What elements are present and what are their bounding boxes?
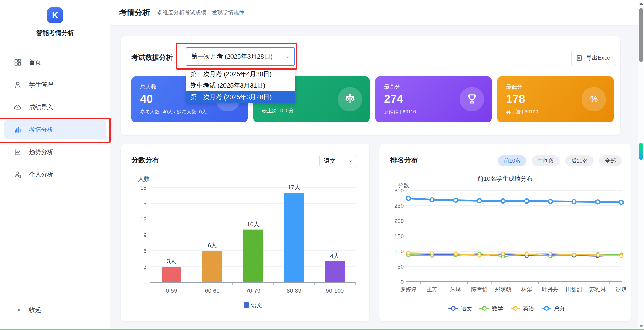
scrollbar-gradient-marker	[639, 143, 643, 160]
svg-text:4人: 4人	[330, 252, 340, 259]
svg-text:数学: 数学	[492, 306, 503, 312]
svg-text:15: 15	[140, 200, 146, 207]
sidebar-item-5[interactable]: 个人分析	[4, 165, 106, 184]
svg-text:叶丹丹: 叶丹丹	[542, 286, 559, 292]
svg-text:18: 18	[140, 185, 146, 191]
ranking-filter-1[interactable]: 中间段	[532, 155, 560, 166]
ranking-filter-pills: 前10名中间段后10名全部	[498, 155, 622, 166]
sidebar-item-0[interactable]: 首页	[4, 53, 106, 72]
trophy-icon	[466, 93, 478, 106]
svg-text:朱琳: 朱琳	[450, 286, 461, 292]
score-distribution-title: 分数分布	[131, 155, 159, 165]
svg-text:12: 12	[140, 216, 146, 222]
svg-text:陈雪怡: 陈雪怡	[471, 286, 488, 292]
trend-icon	[14, 148, 22, 156]
ranking-distribution-title: 排名分布	[390, 155, 418, 165]
sidebar-item-4[interactable]: 趋势分析	[4, 143, 106, 161]
svg-text:90-100: 90-100	[326, 287, 344, 294]
svg-text:6人: 6人	[208, 242, 217, 248]
exam-select-value: 第一次月考 (2025年3月28日)	[191, 52, 272, 61]
svg-text:17人: 17人	[288, 184, 300, 190]
sidebar-item-label: 首页	[29, 58, 41, 66]
svg-text:林溪: 林溪	[521, 286, 532, 292]
user-icon	[14, 81, 22, 89]
svg-text:200: 200	[394, 218, 404, 224]
balance-icon	[344, 93, 356, 106]
vertical-scrollbar	[638, 0, 644, 329]
sidebar-item-label: 趋势分析	[29, 148, 53, 156]
svg-text:罗婷婷: 罗婷婷	[400, 286, 417, 292]
sidebar: K 智能考情分析 首页学生管理成绩导入考情分析趋势分析个人分析 收起	[0, 0, 110, 329]
svg-text:语文: 语文	[251, 302, 262, 308]
percent-icon: %	[588, 93, 600, 106]
svg-text:70-79: 70-79	[246, 287, 260, 294]
svg-text:人数: 人数	[138, 176, 150, 182]
svg-text:3人: 3人	[167, 258, 176, 264]
svg-text:%: %	[590, 94, 597, 103]
svg-text:总分: 总分	[554, 306, 565, 312]
app-title: 智能考情分析	[0, 29, 110, 37]
svg-text:300: 300	[394, 188, 404, 194]
svg-text:苏雅琳: 苏雅琳	[589, 286, 606, 292]
exam-dropdown-menu: 第二次月考 (2025年4月30日)期中考试 (2025年3月31日)第一次月考…	[186, 68, 295, 103]
svg-text:谢琪: 谢琪	[616, 286, 626, 292]
excel-icon	[576, 54, 583, 62]
page-subtitle: 多维度分析考试成绩，发现学情规律	[157, 9, 244, 16]
stat-card-3: 最低分178吴宇浩 | 60109%	[497, 76, 614, 122]
ranking-distribution-card: 排名分布 前10名中间段后10名全部 前10名学生成绩分布 分数05010015…	[379, 144, 631, 321]
grid-icon	[14, 59, 22, 66]
export-excel-button[interactable]: 导出Excel	[571, 50, 616, 66]
scrollbar-up-arrow[interactable]	[639, 3, 643, 5]
dropdown-option-1[interactable]: 期中考试 (2025年3月31日)	[186, 80, 295, 91]
export-excel-label: 导出Excel	[586, 54, 612, 62]
dropdown-option-0[interactable]: 第二次月考 (2025年4月30日)	[186, 68, 295, 80]
user-search-icon	[14, 171, 22, 178]
exam-panel-label: 考试数据分析	[131, 53, 173, 62]
ranking-filter-3[interactable]: 全部	[599, 155, 622, 166]
sidebar-item-3[interactable]: 考情分析	[4, 120, 106, 139]
dropdown-option-2[interactable]: 第一次月考 (2025年3月28日)	[186, 91, 295, 103]
subject-select[interactable]: 语文	[319, 155, 357, 167]
collapse-label: 收起	[29, 306, 41, 314]
svg-text:英语: 英语	[523, 306, 534, 312]
app-logo: K	[47, 7, 63, 23]
svg-text:50: 50	[398, 264, 404, 270]
svg-text:100: 100	[394, 248, 404, 254]
sidebar-item-label: 学生管理	[29, 81, 53, 89]
svg-text:6: 6	[143, 248, 146, 254]
exam-select[interactable]: 第一次月考 (2025年3月28日)	[186, 47, 295, 66]
page: K 智能考情分析 首页学生管理成绩导入考情分析趋势分析个人分析 收起 考情分析 …	[0, 0, 644, 330]
svg-text:0: 0	[400, 279, 404, 285]
ranking-filter-0[interactable]: 前10名	[498, 155, 526, 166]
page-header: 考情分析 多维度分析考试成绩，发现学情规律	[110, 0, 638, 26]
sidebar-menu: 首页学生管理成绩导入考情分析趋势分析个人分析	[4, 53, 106, 188]
stat-card-2: 最高分274罗婷婷 | 60116	[375, 76, 492, 122]
ranking-filter-2[interactable]: 后10名	[565, 155, 594, 166]
svg-text:郑萌萌: 郑萌萌	[495, 286, 511, 292]
svg-text:9: 9	[143, 232, 146, 238]
subject-select-value: 语文	[324, 157, 336, 165]
ranking-distribution-chart: 分数050100150200250300罗婷婷王芳朱琳陈雪怡郑萌萌林溪叶丹丹田甜…	[387, 183, 626, 318]
sidebar-item-1[interactable]: 学生管理	[4, 76, 106, 94]
svg-text:王芳: 王芳	[427, 286, 437, 292]
cloud-upload-icon	[14, 103, 22, 111]
bar-chart-icon	[14, 126, 22, 134]
sidebar-collapse-button[interactable]: 收起	[14, 301, 41, 319]
svg-text:0-59: 0-59	[166, 287, 177, 294]
svg-text:田甜甜: 田甜甜	[566, 286, 582, 292]
collapse-icon	[14, 306, 22, 314]
scrollbar-thumb[interactable]	[639, 8, 643, 62]
svg-text:10人: 10人	[247, 221, 259, 227]
scrollbar-down-arrow[interactable]	[639, 325, 643, 327]
svg-text:80-89: 80-89	[286, 287, 301, 294]
score-distribution-chart: 人数03691215183人0-596人60-6910人70-7917人80-8…	[128, 172, 363, 315]
chevron-down-icon	[347, 158, 354, 166]
score-distribution-card: 分数分布 语文 人数03691215183人0-596人60-6910人70-7…	[121, 144, 369, 321]
chevron-down-icon	[284, 54, 291, 62]
svg-text:250: 250	[394, 203, 404, 209]
svg-text:3: 3	[143, 264, 146, 270]
svg-text:0: 0	[143, 279, 146, 285]
sidebar-item-label: 成绩导入	[29, 103, 53, 111]
sidebar-item-2[interactable]: 成绩导入	[4, 98, 106, 116]
svg-text:语文: 语文	[461, 306, 472, 312]
